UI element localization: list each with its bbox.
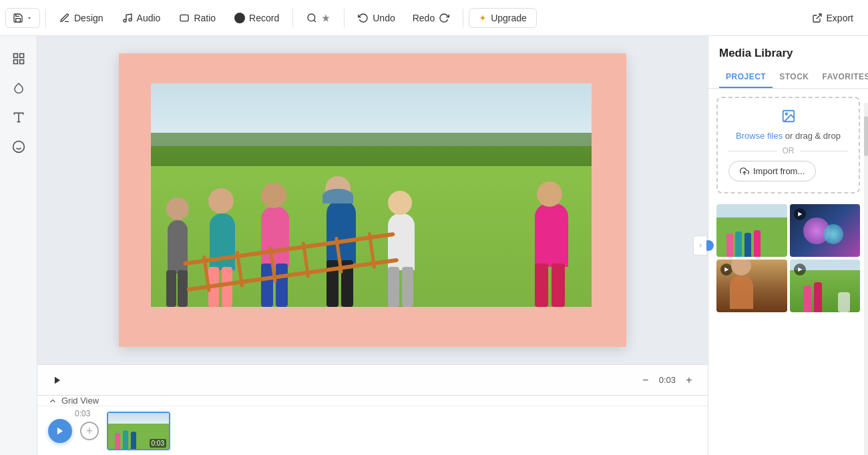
import-button[interactable]: Import from...: [728, 161, 816, 181]
undo-redo-group: Undo Redo: [350, 9, 457, 27]
slide-container[interactable]: [119, 53, 626, 347]
record-button[interactable]: Record: [226, 9, 287, 27]
browse-files-link[interactable]: Browse files: [736, 131, 783, 141]
canvas-workspace: [37, 36, 708, 364]
upload-or-divider: OR: [728, 146, 848, 155]
video-play-icon-4: [794, 264, 806, 276]
chevron-right-icon: [697, 242, 704, 249]
svg-marker-21: [798, 268, 802, 272]
elements-tool-icon: [12, 140, 25, 153]
right-panel-scroll-thumb[interactable]: [864, 116, 868, 156]
upload-zone[interactable]: Browse files or drag & drop OR Import fr…: [716, 97, 860, 193]
zoom-in-icon: +: [686, 374, 692, 386]
undo-button[interactable]: Undo: [350, 9, 403, 27]
add-icon: +: [86, 424, 93, 438]
svg-rect-7: [13, 60, 17, 64]
media-item-3[interactable]: [716, 260, 787, 312]
svg-marker-19: [798, 212, 802, 217]
divider-4: [463, 9, 463, 27]
media-item-4[interactable]: [790, 260, 861, 312]
clip-duration: 0:03: [150, 439, 166, 448]
svg-point-0: [124, 19, 126, 22]
svg-point-3: [308, 14, 315, 21]
add-clip-button[interactable]: +: [80, 422, 99, 440]
elements-tool-button[interactable]: [7, 135, 31, 159]
drop-tool-icon: [13, 82, 25, 94]
design-button[interactable]: Design: [51, 9, 112, 27]
svg-point-17: [785, 113, 787, 115]
search-icon: [306, 13, 317, 23]
timeline-body: 0:03 +: [37, 406, 708, 455]
grid-tool-button[interactable]: [7, 47, 31, 71]
video-play-icon-2: [794, 208, 806, 220]
record-icon: [234, 13, 245, 23]
time-display: 0:03: [659, 375, 676, 385]
upgrade-sparkle-icon: ✦: [479, 13, 487, 23]
media-library-tabs: PROJECT STOCK FAVORITES: [708, 60, 868, 89]
clip-thumbnail[interactable]: 0:03: [107, 412, 170, 450]
export-button[interactable]: Export: [803, 9, 863, 27]
export-icon: [812, 13, 823, 23]
design-icon: [59, 13, 70, 23]
right-panel: Media Library PROJECT STOCK FAVORITES Br…: [708, 36, 868, 455]
media-grid: [708, 201, 868, 315]
audio-icon: [122, 13, 133, 23]
svg-marker-20: [724, 268, 728, 272]
child-figure-6: [531, 187, 572, 307]
zoom-controls: − 0:03 +: [638, 372, 697, 388]
upgrade-label: Upgrade: [491, 13, 527, 23]
right-panel-scrollbar[interactable]: [864, 103, 868, 455]
tab-favorites[interactable]: FAVORITES: [815, 67, 868, 88]
divider-3: [344, 9, 345, 27]
svg-point-1: [129, 18, 132, 21]
zoom-out-button[interactable]: −: [638, 372, 654, 388]
upload-zone-text: Browse files or drag & drop: [728, 131, 848, 141]
search-button[interactable]: [298, 9, 339, 27]
redo-icon: [439, 13, 449, 23]
trees-bg: [151, 133, 592, 166]
or-label: OR: [783, 146, 795, 155]
ratio-button[interactable]: Ratio: [171, 9, 224, 27]
grid-view-toggle[interactable]: Grid View: [48, 396, 99, 406]
design-label: Design: [74, 13, 103, 23]
record-label: Record: [249, 13, 279, 23]
media-item-2[interactable]: [790, 204, 861, 257]
save-button[interactable]: [5, 8, 40, 28]
toolbar: Design Audio Ratio Record Undo Redo ✦ Up…: [0, 0, 868, 36]
divider-2: [292, 9, 293, 27]
media-item-1[interactable]: [716, 204, 787, 257]
svg-point-11: [13, 141, 24, 153]
audio-button[interactable]: Audio: [114, 9, 169, 27]
zoom-in-button[interactable]: +: [681, 372, 697, 388]
slide-image: [151, 83, 592, 307]
right-panel-scroll[interactable]: Browse files or drag & drop OR Import fr…: [708, 89, 868, 455]
svg-marker-15: [57, 428, 63, 435]
canvas-area: − 0:03 + Grid View 0:03: [37, 36, 708, 455]
redo-button[interactable]: Redo: [405, 9, 457, 27]
text-tool-button[interactable]: [7, 105, 31, 129]
tab-stock[interactable]: STOCK: [773, 67, 815, 88]
timeline-header: Grid View: [37, 396, 708, 406]
tab-project[interactable]: PROJECT: [719, 67, 773, 88]
timeline-play-icon: [55, 426, 65, 436]
sparkle-icon: [321, 13, 331, 23]
video-controls: − 0:03 +: [37, 364, 708, 395]
slide-image-inner: [151, 83, 592, 307]
media-library-title: Media Library: [708, 36, 868, 60]
upgrade-button[interactable]: ✦ Upgrade: [469, 8, 537, 28]
left-toolbar: [0, 36, 37, 455]
panel-collapse-button[interactable]: [693, 236, 706, 256]
import-label: Import from...: [753, 166, 805, 176]
timeline-play-button[interactable]: [48, 419, 72, 443]
drag-drop-text: or drag & drop: [783, 131, 841, 141]
drop-tool-button[interactable]: [7, 76, 31, 100]
play-button[interactable]: [48, 371, 67, 390]
text-tool-icon: [12, 111, 25, 124]
ratio-label: Ratio: [194, 13, 216, 23]
grid-view-label: Grid View: [61, 396, 99, 406]
timeline: Grid View 0:03 +: [37, 395, 708, 455]
svg-rect-8: [19, 60, 23, 64]
main-area: − 0:03 + Grid View 0:03: [0, 36, 868, 455]
divider-1: [45, 9, 46, 27]
svg-rect-6: [19, 54, 23, 58]
